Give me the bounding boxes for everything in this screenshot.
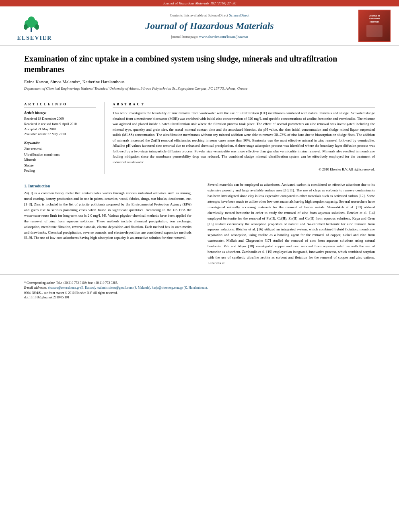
keyword-fouling: Fouling: [24, 168, 96, 174]
abstract-header: A B S T R A C T: [113, 102, 375, 107]
elsevier-wordmark: ELSEVIER: [17, 35, 52, 41]
journal-cover-area: Journal ofHazardousMaterials: [356, 10, 393, 42]
journal-title: Journal of Hazardous Materials: [145, 21, 274, 31]
elsevier-tree-icon: [23, 10, 47, 34]
cover-journal-title: Journal ofHazardousMaterials: [369, 14, 380, 23]
science-direct-link[interactable]: ScienceDirect: [229, 13, 249, 17]
introduction-right-text: Several materials can be employed as ads…: [208, 182, 375, 266]
introduction-title: 1. Introduction: [24, 184, 191, 188]
keyword-minerals: Minerals: [24, 157, 96, 163]
abstract-text: This work investigates the feasibility o…: [113, 111, 375, 165]
keyword-ultrafiltration: Ultrafiltration membranes: [24, 152, 96, 158]
email-addresses-note: E-mail addresses: ekatsou@central.ntua.g…: [24, 286, 375, 290]
doi-line: doi:10.1016/j.jhazmat.2010.05.101: [24, 296, 375, 299]
journal-homepage-link[interactable]: www.elsevier.com/locate/jhazmat: [199, 35, 248, 39]
history-label: Article history:: [24, 111, 96, 115]
introduction-left-text: Zn(II) is a common heavy metal that cont…: [24, 191, 191, 241]
article-authors: Evina Katsou, Simos Malamis*, Katherine …: [24, 79, 375, 84]
email-label: E-mail addresses:: [24, 286, 47, 290]
article-info-column: A R T I C L E I N F O Article history: R…: [24, 102, 105, 174]
body-right-column: Several materials can be employed as ads…: [204, 182, 375, 266]
keywords-list: Zinc removal Ultrafiltration membranes M…: [24, 146, 96, 174]
body-left-column: 1. Introduction Zn(II) is a common heavy…: [24, 182, 195, 266]
keyword-sludge: Sludge: [24, 163, 96, 168]
copyright-notice: © 2010 Elsevier B.V. All rights reserved…: [113, 167, 375, 171]
article-affiliation: Department of Chemical Engineering; Nati…: [24, 86, 375, 90]
abstract-column: A B S T R A C T This work investigates t…: [105, 102, 375, 174]
email-links[interactable]: ekatsou@central.ntua.gr (E. Katsou), mal…: [48, 286, 208, 290]
article-title-section: Examination of zinc uptake in a combined…: [0, 45, 399, 98]
available-online-date: Available online 27 May 2010: [24, 131, 96, 137]
page: Journal of Hazardous Materials 182 (2010…: [0, 0, 399, 532]
body-content-section: 1. Introduction Zn(II) is a common heavy…: [0, 178, 399, 270]
issn-line: 0304-3894/$ – see front matter © 2010 El…: [24, 291, 375, 295]
keywords-label: Keywords:: [24, 141, 96, 145]
journal-title-area: Contents lists available at ScienceDirec…: [63, 10, 356, 42]
svg-point-5: [35, 24, 39, 30]
journal-homepage-line: journal homepage: www.elsevier.com/locat…: [171, 35, 248, 39]
elsevier-logo: ELSEVIER: [17, 10, 52, 41]
article-info-abstract-section: A R T I C L E I N F O Article history: R…: [0, 98, 399, 178]
received-date: Received 18 December 2009: [24, 116, 96, 121]
journal-citation-bar: Journal of Hazardous Materials 182 (2010…: [0, 0, 399, 6]
corresponding-author-note: * Corresponding author. Tel.: +30 210 77…: [24, 281, 375, 286]
article-footer: * Corresponding author. Tel.: +30 210 77…: [0, 274, 399, 301]
accepted-date: Accepted 21 May 2010: [24, 127, 96, 132]
contents-available-text: Contents lists available at ScienceDirec…: [170, 13, 249, 17]
received-revised-date: Received in revised form 9 April 2010: [24, 121, 96, 127]
footer-divider: [24, 278, 375, 278]
article-info-header: A R T I C L E I N F O: [24, 102, 96, 107]
journal-citation: Journal of Hazardous Materials 182 (2010…: [163, 1, 237, 5]
journal-header: ELSEVIER Contents lists available at Sci…: [0, 6, 399, 45]
publisher-logo-area: ELSEVIER: [6, 10, 63, 42]
svg-point-4: [24, 24, 28, 30]
article-title: Examination of zinc uptake in a combined…: [24, 53, 375, 74]
keyword-zinc-removal: Zinc removal: [24, 146, 96, 152]
journal-cover-image: Journal ofHazardousMaterials: [358, 10, 391, 42]
